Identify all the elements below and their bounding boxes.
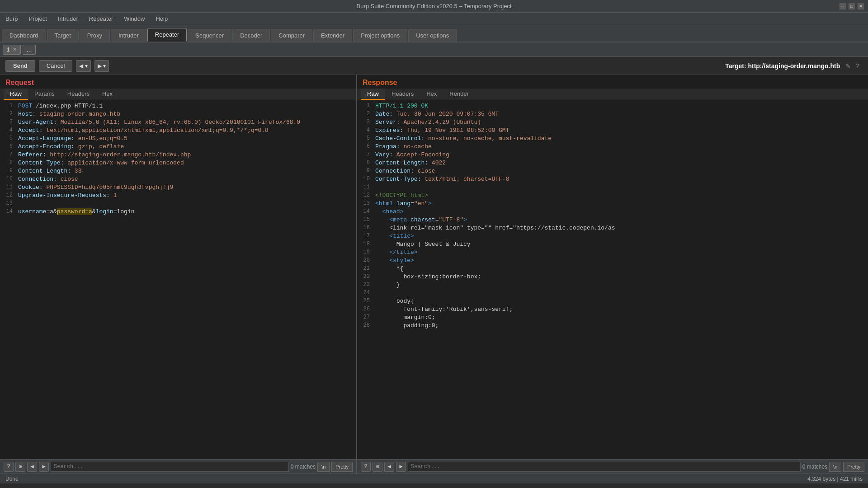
tab-decoder[interactable]: Decoder [232,29,270,42]
minimize-button[interactable]: ─ [839,3,846,10]
line-content: box-sizing:border-box; [373,273,481,281]
req-pretty-toggle[interactable]: Pretty [331,462,353,472]
line-content: </title> [373,249,418,256]
line-content: font-family:'Rubik',sans-serif; [373,306,513,313]
line-number: 9 [0,168,16,175]
line-content: Content-Length: 4022 [373,160,446,167]
tab-dashboard[interactable]: Dashboard [2,29,46,42]
resp-tab-hex[interactable]: Hex [420,89,443,100]
new-tab-button[interactable]: ... [23,45,36,55]
tab-extender[interactable]: Extender [313,29,352,42]
nav-next-button[interactable]: ▶ ▾ [94,60,109,72]
main-area: Request Raw Params Headers Hex 1POST /in… [0,75,868,474]
line-number: 10 [357,176,373,183]
resp-search-prev-icon[interactable]: ◀ [384,462,394,472]
line-content: margin:0; [373,314,435,321]
tab-sequencer[interactable]: Sequencer [188,29,231,42]
tab-repeater[interactable]: Repeater [147,28,187,42]
line-number: 3 [357,119,373,126]
resp-search-input[interactable] [408,462,801,472]
status-left: Done [5,476,19,482]
table-row: 3Server: Apache/2.4.29 (Ubuntu) [357,118,868,127]
close-button[interactable]: ✕ [857,3,864,10]
table-row: 2Date: Tue, 30 Jun 2020 09:07:35 GMT [357,110,868,118]
line-content: Server: Apache/2.4.29 (Ubuntu) [373,119,481,126]
repeater-tab-1[interactable]: 1 ✕ [3,45,21,55]
table-row: 22 box-sizing:border-box; [357,273,868,281]
request-code-area[interactable]: 1POST /index.php HTTP/1.12Host: staging-… [0,100,356,459]
line-content: *{ [373,265,403,272]
line-number: 12 [357,192,373,199]
line-number: 3 [0,119,16,126]
tab-proxy[interactable]: Proxy [80,29,110,42]
resp-search-next-icon[interactable]: ▶ [396,462,406,472]
req-search-prev-icon[interactable]: ◀ [27,462,37,472]
resp-search-help-icon[interactable]: ? [361,462,371,472]
tab-comparer[interactable]: Comparer [271,29,312,42]
req-search-help-icon[interactable]: ? [4,462,14,472]
line-number: 6 [357,143,373,150]
tab-user-options[interactable]: User options [408,29,457,42]
line-content [373,184,375,191]
resp-tab-headers[interactable]: Headers [385,89,420,100]
req-search-settings-icon[interactable]: ⚙ [15,462,25,472]
req-search-input[interactable] [51,462,289,472]
req-tab-headers[interactable]: Headers [61,89,96,100]
status-right: 4,324 bytes | 421 millis [807,476,863,482]
response-code-area[interactable]: 1HTTP/1.1 200 OK2Date: Tue, 30 Jun 2020 … [357,100,868,459]
resp-pretty-toggle[interactable]: Pretty [843,462,864,472]
line-number: 8 [0,160,16,167]
table-row: 27 margin:0; [357,314,868,322]
table-row: 7Vary: Accept-Encoding [357,151,868,159]
line-number: 5 [0,135,16,142]
status-bar: Done 4,324 bytes | 421 millis [0,474,868,483]
table-row: 3User-Agent: Mozilla/5.0 (X11; Linux x86… [0,118,356,127]
nav-prev-button[interactable]: ◀ ▾ [76,60,90,72]
menu-burp[interactable]: Burp [4,14,19,23]
table-row: 6Accept-Encoding: gzip, deflate [0,143,356,151]
req-tab-hex[interactable]: Hex [96,89,119,100]
line-number: 1 [357,103,373,110]
request-panel: Request Raw Params Headers Hex 1POST /in… [0,75,357,474]
line-content: Accept-Encoding: gzip, deflate [16,143,124,150]
table-row: 12<!DOCTYPE html> [357,192,868,200]
line-content: <head> [373,208,403,216]
line-number: 1 [0,103,16,110]
req-newline-toggle[interactable]: \n [317,462,330,472]
line-number: 26 [357,306,373,313]
resp-newline-toggle[interactable]: \n [829,462,841,472]
line-content: <style> [373,257,414,264]
menu-repeater[interactable]: Repeater [87,14,115,23]
req-search-count: 0 matches [291,464,316,470]
line-number: 13 [0,200,16,207]
table-row: 1POST /index.php HTTP/1.1 [0,102,356,110]
menu-project[interactable]: Project [27,14,48,23]
tab-target[interactable]: Target [47,29,79,42]
help-icon[interactable]: ? [855,62,859,70]
resp-tab-raw[interactable]: Raw [361,89,385,100]
line-content: Pragma: no-cache [373,143,432,150]
cancel-button[interactable]: Cancel [39,60,72,72]
edit-target-icon[interactable]: ✎ [845,62,851,70]
req-search-next-icon[interactable]: ▶ [39,462,49,472]
tab-project-options[interactable]: Project options [353,29,407,42]
response-search-bar: ? ⚙ ◀ ▶ 0 matches \n Pretty [357,459,868,474]
send-button[interactable]: Send [5,60,35,72]
req-tab-params[interactable]: Params [28,89,61,100]
line-content: <link rel="mask-icon" type="" href="http… [373,225,615,232]
maximize-button[interactable]: □ [848,3,855,10]
line-number: 14 [0,208,16,216]
num-tabs-row: 1 ✕ ... [0,42,868,57]
menu-help[interactable]: Help [154,14,170,23]
tab-intruder[interactable]: Intruder [111,29,146,42]
table-row: 7Referer: http://staging-order.mango.htb… [0,151,356,159]
resp-tab-render[interactable]: Render [443,89,475,100]
table-row: 5Accept-Language: en-US,en;q=0.5 [0,135,356,143]
table-row: 11 [357,183,868,192]
menu-window[interactable]: Window [122,14,146,23]
tab-close-icon[interactable]: ✕ [13,47,17,52]
resp-search-settings-icon[interactable]: ⚙ [373,462,382,472]
req-tab-raw[interactable]: Raw [4,89,28,100]
menu-intruder[interactable]: Intruder [56,14,80,23]
line-number: 4 [0,127,16,134]
